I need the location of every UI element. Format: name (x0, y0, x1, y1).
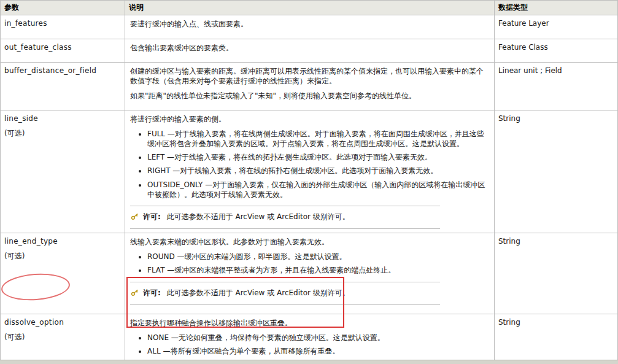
help-page: 参数说明数据类型 in_features要进行缓冲的输入点、线或面要素。Feat… (0, 0, 618, 364)
datatype-label: Linear unit ; Field (498, 66, 562, 75)
optional-note: (可选) (4, 128, 121, 138)
datatype-label: Feature Layer (498, 19, 549, 28)
description-cell: 指定要执行哪种融合操作以移除输出缓冲区重叠。NONE —无论如何重叠，均保持每个… (125, 314, 495, 364)
license-label: 许可: (143, 212, 161, 222)
datatype-cell: String (495, 314, 618, 364)
license-text: 此可选参数不适用于 ArcView 或 ArcEditor 级别许可。 (164, 288, 350, 298)
key-icon (130, 212, 139, 221)
datatype-label: String (498, 237, 520, 246)
option-bullet: NONE —无论如何重叠，均保持每个要素的独立缓冲区。这是默认设置。 (147, 333, 489, 343)
optional-note: (可选) (4, 251, 121, 261)
description-cell: 将进行缓冲的输入要素的侧。FULL —对于线输入要素，将在线两侧生成缓冲区。对于… (125, 110, 495, 233)
param-cell: buffer_distance_or_field (1, 63, 125, 110)
column-header-desc: 说明 (125, 1, 495, 15)
datatype-cell: String (495, 110, 618, 233)
description-paragraph: 将进行缓冲的输入要素的侧。 (130, 114, 489, 124)
header-row: 参数说明数据类型 (1, 1, 618, 15)
param-cell: out_feature_class (1, 39, 125, 63)
table-row-line_end_type: line_end_type(可选)线输入要素末端的缓冲区形状。此参数对于面输入要… (1, 233, 618, 314)
license-text: 此可选参数不适用于 ArcView 或 ArcEditor 级别许可。 (164, 212, 350, 222)
description-paragraph: 要进行缓冲的输入点、线或面要素。 (130, 19, 489, 29)
option-bullet: ALL —将所有缓冲区融合为单个要素，从而移除所有重叠。 (147, 346, 489, 356)
datatype-label: Feature Class (498, 43, 548, 52)
datatype-cell: Linear unit ; Field (495, 63, 618, 110)
description-cell: 创建的缓冲区与输入要素的距离。缓冲距离可以用表示线性距离的某个值来指定，也可以用… (125, 63, 495, 110)
description-paragraph: 如果"距离"的线性单位未指定或输入了"未知"，则将使用输入要素空间参考的线性单位… (130, 91, 489, 101)
option-list: FULL —对于线输入要素，将在线两侧生成缓冲区。对于面输入要素，将在面周围生成… (130, 129, 489, 199)
license-label: 许可: (143, 288, 161, 298)
param-cell: dissolve_option(可选) (1, 314, 125, 364)
option-bullet: ROUND —缓冲区的末端为圆形，即半圆形。这是默认设置。 (147, 252, 489, 261)
param-name: dissolve_option (4, 317, 121, 327)
parameter-table-body: in_features要进行缓冲的输入点、线或面要素。Feature Layer… (1, 15, 618, 364)
table-row-in_features: in_features要进行缓冲的输入点、线或面要素。Feature Layer (1, 15, 618, 39)
param-name: in_features (4, 18, 121, 28)
description-cell: 包含输出要素缓冲区的要素类。 (125, 39, 495, 63)
param-cell: in_features (1, 15, 125, 39)
table-row-buffer_distance_or_field: buffer_distance_or_field创建的缓冲区与输入要素的距离。缓… (1, 63, 618, 110)
datatype-cell: Feature Class (495, 39, 618, 63)
param-cell: line_end_type(可选) (1, 233, 125, 314)
option-bullet: FLAT —缓冲区的末端很平整或者为方形，并且在输入线要素的端点处终止。 (147, 265, 489, 275)
license-note: 许可: 此可选参数不适用于 ArcView 或 ArcEditor 级别许可。 (130, 282, 440, 305)
table-row-dissolve_option: dissolve_option(可选)指定要执行哪种融合操作以移除输出缓冲区重叠… (1, 314, 618, 364)
option-bullet: OUTSIDE_ONLY —对于面输入要素，仅在输入面的外部生成缓冲区（输入面内… (147, 180, 489, 199)
param-name: line_side (4, 114, 121, 123)
description-cell: 线输入要素末端的缓冲区形状。此参数对于面输入要素无效。ROUND —缓冲区的末端… (125, 233, 495, 314)
datatype-cell: String (495, 233, 618, 314)
datatype-cell: Feature Layer (495, 15, 618, 39)
key-icon (130, 288, 139, 297)
option-bullet: RIGHT —对于线输入要素，将在线的拓扑右侧生成缓冲区。此选项对于面输入要素无… (147, 166, 489, 176)
column-header-param: 参数 (1, 1, 125, 15)
param-name: out_feature_class (4, 42, 121, 52)
param-name: buffer_distance_or_field (4, 66, 121, 76)
page-bottom-strip (0, 360, 618, 364)
description-paragraph: 创建的缓冲区与输入要素的距离。缓冲距离可以用表示线性距离的某个值来指定，也可以用… (130, 66, 489, 86)
param-cell: line_side(可选) (1, 110, 125, 233)
table-header: 参数说明数据类型 (1, 1, 618, 15)
license-note: 许可: 此可选参数不适用于 ArcView 或 ArcEditor 级别许可。 (130, 206, 440, 229)
option-list: ROUND —缓冲区的末端为圆形，即半圆形。这是默认设置。FLAT —缓冲区的末… (130, 252, 489, 275)
table-row-line_side: line_side(可选)将进行缓冲的输入要素的侧。FULL —对于线输入要素，… (1, 110, 618, 233)
parameter-table: 参数说明数据类型 in_features要进行缓冲的输入点、线或面要素。Feat… (0, 0, 618, 364)
table-row-out_feature_class: out_feature_class包含输出要素缓冲区的要素类。Feature C… (1, 39, 618, 63)
param-name: line_end_type (4, 236, 121, 246)
description-cell: 要进行缓冲的输入点、线或面要素。 (125, 15, 495, 39)
description-paragraph: 线输入要素末端的缓冲区形状。此参数对于面输入要素无效。 (130, 237, 489, 247)
optional-note: (可选) (4, 332, 121, 342)
datatype-label: String (498, 114, 520, 123)
description-paragraph: 指定要执行哪种融合操作以移除输出缓冲区重叠。 (130, 318, 489, 328)
option-bullet: LEFT —对于线输入要素，将在线的拓扑左侧生成缓冲区。此选项对于面输入要素无效… (147, 152, 489, 162)
option-bullet: FULL —对于线输入要素，将在线两侧生成缓冲区。对于面输入要素，将在面周围生成… (147, 129, 489, 149)
column-header-dtype: 数据类型 (495, 1, 618, 15)
datatype-label: String (498, 318, 520, 327)
description-paragraph: 包含输出要素缓冲区的要素类。 (130, 43, 489, 53)
